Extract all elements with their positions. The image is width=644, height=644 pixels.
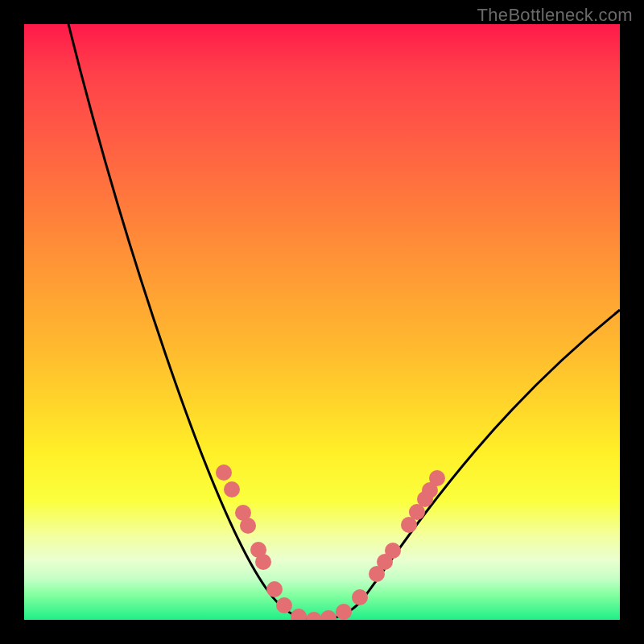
- curve-marker: [276, 597, 292, 613]
- curve-marker: [240, 518, 256, 534]
- curve-marker: [216, 464, 232, 481]
- curve-marker: [266, 581, 283, 597]
- curve-marker: [429, 470, 445, 486]
- curve-marker: [336, 604, 352, 620]
- curve-marker: [291, 609, 307, 620]
- chart-plot-area: [24, 24, 620, 620]
- curve-line: [68, 24, 620, 620]
- watermark-text: TheBottleneck.com: [477, 5, 633, 26]
- curve-marker: [352, 589, 368, 605]
- outer-frame: TheBottleneck.com: [0, 0, 644, 644]
- curve-marker: [320, 610, 336, 620]
- curve-marker: [385, 543, 401, 559]
- curve-marker: [306, 612, 322, 620]
- curve-markers: [216, 464, 445, 620]
- curve-marker: [255, 554, 271, 570]
- chart-svg: [24, 24, 620, 620]
- curve-marker: [224, 481, 240, 497]
